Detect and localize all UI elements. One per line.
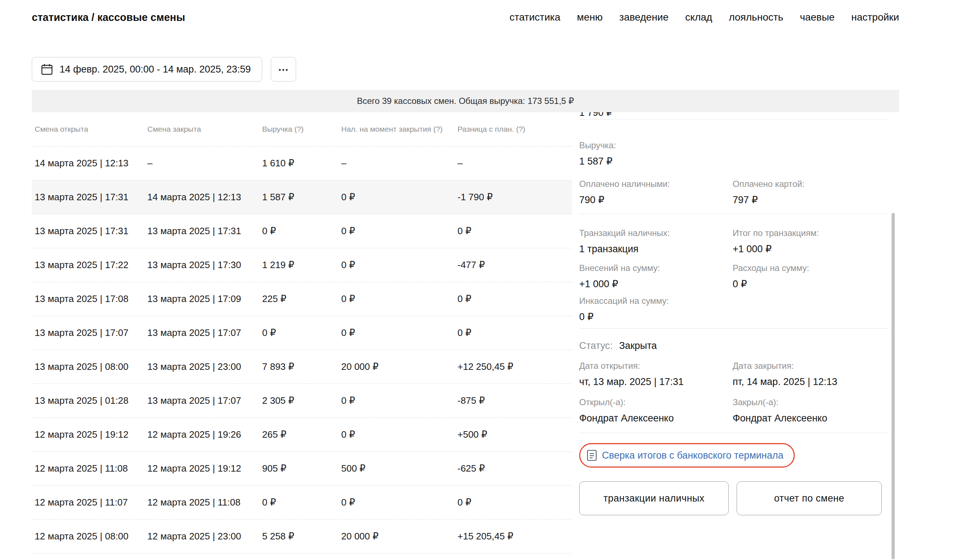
cell-opened: 12 марта 2025 | 11:07 [32, 497, 145, 508]
detail-collections: Инкассаций на сумму: 0 ₽ [579, 296, 733, 324]
cell-opened: 13 марта 2025 | 17:31 [32, 191, 145, 203]
cell-revenue: 5 258 ₽ [259, 531, 338, 542]
cell-diff: +500 ₽ [455, 429, 572, 440]
date-range-label: 14 февр. 2025, 00:00 - 14 мар. 2025, 23:… [59, 64, 251, 75]
cell-diff: 0 ₽ [455, 327, 572, 338]
col-header-cash-at-close: Нал. на момент закрытия (?) [338, 125, 455, 134]
calendar-icon [41, 63, 53, 75]
detail-value: +1 000 ₽ [579, 277, 733, 291]
detail-scrollbar[interactable] [892, 213, 895, 559]
cell-revenue: 1 219 ₽ [259, 260, 338, 271]
detail-label: Расходы на сумму: [733, 263, 888, 274]
cell-closed: 13 марта 2025 | 17:09 [145, 293, 259, 305]
cell-cash: 0 ₽ [338, 191, 455, 203]
cell-diff: 0 ₽ [455, 293, 572, 305]
detail-label: Внесений на сумму: [579, 263, 733, 274]
nav-item-settings[interactable]: настройки [851, 10, 899, 25]
cell-opened: 12 марта 2025 | 19:12 [32, 429, 145, 440]
cell-cash: 20 000 ₽ [338, 361, 455, 372]
table-row[interactable]: 13 марта 2025 | 17:0813 марта 2025 | 17:… [32, 282, 572, 316]
table-row[interactable]: 12 марта 2025 | 11:0812 марта 2025 | 19:… [32, 452, 572, 486]
cell-closed: 13 марта 2025 | 17:31 [145, 226, 259, 237]
table-row[interactable]: 12 марта 2025 | 11:0712 марта 2025 | 11:… [32, 486, 572, 520]
detail-label: Выручка: [579, 140, 888, 151]
table-row[interactable]: 13 марта 2025 | 08:0013 марта 2025 | 23:… [32, 350, 572, 384]
cell-cash: 20 000 ₽ [338, 531, 455, 542]
table-row[interactable]: 12 марта 2025 | 19:1212 марта 2025 | 19:… [32, 418, 572, 452]
more-options-button[interactable]: … [271, 57, 296, 82]
col-header-revenue: Выручка (?) [259, 125, 338, 134]
detail-expenses: Расходы на сумму: 0 ₽ [733, 263, 888, 291]
detail-value: 0 ₽ [733, 277, 888, 291]
detail-row-staff: Открыл(-а): Фондрат Алексеенко Закрыл(-а… [579, 397, 888, 425]
cell-diff: -1 790 ₽ [455, 191, 572, 203]
cell-closed: – [145, 158, 259, 169]
clipped-value-text: 1 790 ₽ [579, 112, 888, 119]
detail-value: Фондрат Алексеенко [579, 411, 733, 425]
cell-opened: 13 марта 2025 | 01:28 [32, 395, 145, 406]
detail-label: Транзакций наличных: [579, 228, 733, 238]
cell-opened: 13 марта 2025 | 17:31 [32, 226, 145, 237]
nav-item-stock[interactable]: склад [685, 10, 712, 25]
reconciliation-link[interactable]: Сверка итогов с банковского терминала [587, 448, 784, 462]
cell-diff: 0 ₽ [455, 226, 572, 237]
breadcrumb[interactable]: статистика / кассовые смены [32, 10, 185, 25]
detail-value: пт, 14 мар. 2025 | 12:13 [733, 375, 888, 389]
nav-item-menu[interactable]: меню [577, 10, 603, 25]
cell-cash: 0 ₽ [338, 395, 455, 406]
cell-diff: -625 ₽ [455, 463, 572, 474]
details-actions: транзакции наличных отчет по смене [579, 481, 888, 515]
cell-revenue: 1 610 ₽ [259, 158, 338, 169]
nav-item-venue[interactable]: заведение [619, 10, 669, 25]
detail-paid-cash: Оплачено наличными: 790 ₽ [579, 179, 733, 207]
table-row[interactable]: 13 марта 2025 | 17:3113 марта 2025 | 17:… [32, 214, 572, 248]
detail-opened-at: Дата открытия: чт, 13 мар. 2025 | 17:31 [579, 361, 733, 389]
cell-closed: 14 марта 2025 | 12:13 [145, 191, 259, 203]
clipped-scrolled-value: 1 790 ₽ [579, 112, 888, 120]
cell-opened: 13 марта 2025 | 17:08 [32, 293, 145, 305]
detail-row-transactions: Транзакций наличных: 1 транзакция Итог п… [579, 228, 888, 256]
summary-bar: Всего 39 кассовых смен. Общая выручка: 1… [32, 90, 899, 112]
detail-deposits: Внесений на сумму: +1 000 ₽ [579, 263, 733, 291]
nav-item-statistics[interactable]: статистика [510, 10, 560, 25]
detail-cash-transactions: Транзакций наличных: 1 транзакция [579, 228, 733, 256]
cell-revenue: 7 893 ₽ [259, 361, 338, 372]
table-row[interactable]: 13 марта 2025 | 01:2813 марта 2025 | 17:… [32, 384, 572, 418]
summary-text: Всего 39 кассовых смен. Общая выручка: 1… [357, 96, 574, 106]
cell-closed: 13 марта 2025 | 17:07 [145, 327, 259, 338]
table-row[interactable]: 12 марта 2025 | 08:0012 марта 2025 | 23:… [32, 520, 572, 554]
shift-report-button[interactable]: отчет по смене [737, 481, 882, 515]
cell-revenue: 1 587 ₽ [259, 191, 338, 203]
detail-label: Оплачено наличными: [579, 179, 733, 190]
nav-item-tips[interactable]: чаевые [800, 10, 834, 25]
cash-transactions-button[interactable]: транзакции наличных [579, 481, 729, 515]
detail-label: Оплачено картой: [733, 179, 888, 190]
table-row[interactable]: 13 марта 2025 | 17:0713 марта 2025 | 17:… [32, 316, 572, 350]
detail-label: Итог по транзакциям: [733, 228, 888, 238]
cell-closed: 13 марта 2025 | 17:30 [145, 260, 259, 271]
table-row[interactable]: 14 марта 2025 | 12:13–1 610 ₽–– [32, 146, 572, 180]
status-badge: Закрыта [619, 340, 657, 351]
detail-transactions-total: Итог по транзакциям: +1 000 ₽ [733, 228, 888, 256]
detail-row-paid: Оплачено наличными: 790 ₽ Оплачено карто… [579, 179, 888, 207]
document-icon [587, 450, 597, 461]
cell-revenue: 0 ₽ [259, 497, 338, 508]
reconciliation-link-label: Сверка итогов с банковского терминала [602, 448, 784, 462]
cell-opened: 12 марта 2025 | 08:00 [32, 531, 145, 542]
nav-item-loyalty[interactable]: лояльность [729, 10, 783, 25]
date-range-button[interactable]: 14 февр. 2025, 00:00 - 14 мар. 2025, 23:… [32, 57, 262, 82]
table-row[interactable]: 13 марта 2025 | 17:3114 марта 2025 | 12:… [32, 180, 572, 214]
cell-opened: 14 марта 2025 | 12:13 [32, 158, 145, 169]
table-row[interactable]: 13 марта 2025 | 17:2213 марта 2025 | 17:… [32, 248, 572, 282]
detail-label: Закрыл(-а): [733, 397, 888, 408]
col-header-diff-with-plan: Разница с план. (?) [455, 125, 572, 134]
col-header-shift-opened: Смена открыта [32, 125, 145, 134]
detail-closed-by: Закрыл(-а): Фондрат Алексеенко [733, 397, 888, 425]
status-label: Статус: [579, 340, 613, 351]
cell-diff: – [455, 158, 572, 169]
status-line: Статус: Закрыта [579, 339, 888, 353]
detail-row-deposits: Внесений на сумму: +1 000 ₽ Расходы на с… [579, 263, 888, 291]
cell-diff: +15 205,45 ₽ [455, 531, 572, 542]
detail-row-collections: Инкассаций на сумму: 0 ₽ [579, 296, 888, 324]
cell-cash: 0 ₽ [338, 327, 455, 338]
